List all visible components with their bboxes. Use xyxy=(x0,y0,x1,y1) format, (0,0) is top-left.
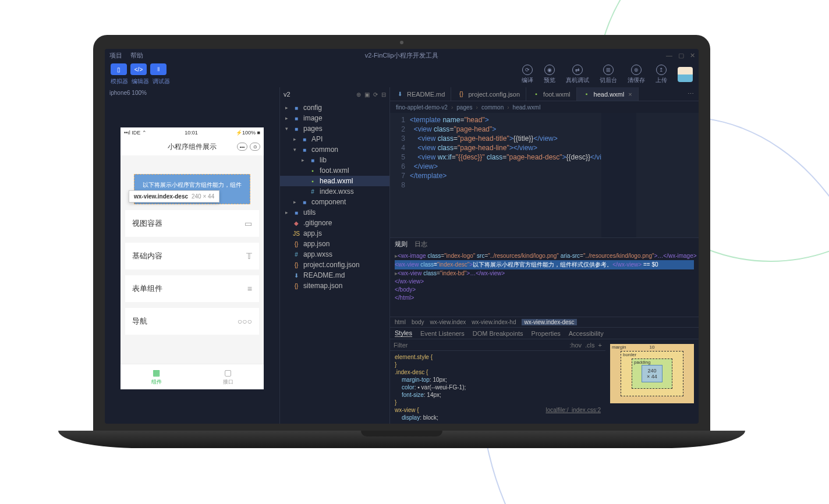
tree-item[interactable]: ▸■utils xyxy=(280,207,389,218)
tooltip-size: 240 × 44 xyxy=(192,193,214,200)
collapse-icon[interactable]: ⊟ xyxy=(381,91,386,98)
dom-path-seg[interactable]: wx-view.index-desc xyxy=(522,319,576,325)
devtools-tab-rules[interactable]: 规则 xyxy=(395,240,408,249)
devtools-tab-logs[interactable]: 日志 xyxy=(414,240,427,249)
tree-item[interactable]: ▸■component xyxy=(280,197,389,207)
breadcrumb-seg[interactable]: pages xyxy=(456,104,472,111)
capsule-close-icon[interactable]: ⊙ xyxy=(250,143,260,151)
new-folder-icon[interactable]: ▣ xyxy=(364,91,370,98)
minimize-icon[interactable]: — xyxy=(666,52,672,59)
editor-more-icon[interactable]: ⋯ xyxy=(683,87,699,101)
phone-tabbar: ▦组件▢接口 xyxy=(121,364,264,389)
code-editor[interactable]: 12345678 <template name="head"> <view cl… xyxy=(390,113,699,237)
tab-simulator-label: 模拟器 xyxy=(111,77,128,86)
styles-tab[interactable]: DOM Breakpoints xyxy=(473,330,523,337)
breadcrumb-seg[interactable]: fino-applet-demo-v2 xyxy=(396,104,448,111)
dom-tree[interactable]: ▸<wx-image class="index-logo" src="../re… xyxy=(390,250,699,317)
menubar: 项目 帮助 v2-FinClip小程序开发工具 — ▢ ✕ xyxy=(105,49,699,62)
styles-rules[interactable]: element.style {}.index-desc {</span>marg… xyxy=(390,351,605,424)
dom-node[interactable]: <wx-view class="index-desc">以下将展示小程序官方组件… xyxy=(395,260,694,269)
tree-item[interactable]: {}sitemap.json xyxy=(280,281,389,291)
toolbar: ▯ </> ⫴ 模拟器 编辑器 调试器 ⟳编译◉预览⇄真机调试⊞切后台⊗清缓存↥… xyxy=(105,62,699,87)
styles-filter-input[interactable]: Filter xyxy=(394,342,408,349)
dom-node[interactable]: </html> xyxy=(395,294,694,302)
toolbar-btn-上传[interactable]: ↥上传 xyxy=(656,65,667,84)
phone-simulator: ••ıl IDE ⌃ 10:01 ⚡100% ■ 小程序组件展示 ••• ⊙ xyxy=(121,127,264,389)
window-title: v2-FinClip小程序开发工具 xyxy=(365,51,439,60)
tree-item[interactable]: ▸■lib xyxy=(280,155,389,165)
maximize-icon[interactable]: ▢ xyxy=(678,52,684,59)
editor-tab[interactable]: {}project.config.json xyxy=(451,87,526,101)
dom-node[interactable]: ▸<wx-image class="index-logo" src="../re… xyxy=(395,252,694,260)
tree-item[interactable]: ▸■API xyxy=(280,134,389,144)
editor-tab[interactable]: ⬇README.md xyxy=(390,87,451,101)
toolbar-btn-预览[interactable]: ◉预览 xyxy=(544,65,555,84)
styles-tab[interactable]: Properties xyxy=(532,330,561,337)
editor-tab[interactable]: ▪foot.wxml xyxy=(526,87,576,101)
tree-item[interactable]: ▾■pages xyxy=(280,123,389,134)
code-lines[interactable]: <template name="head"> <view class="page… xyxy=(410,113,601,237)
phone-card[interactable]: 视图容器▭ xyxy=(125,210,259,237)
breadcrumb-seg[interactable]: head.wxml xyxy=(513,104,541,111)
phone-body: wx-view.index-desc240 × 44 以下将展示小程序官方组件能… xyxy=(121,155,264,364)
dom-node[interactable]: </wx-view> xyxy=(395,278,694,286)
tree-item[interactable]: #index.wxss xyxy=(280,186,389,197)
tree-item[interactable]: ◆.gitignore xyxy=(280,218,389,228)
filter-tool[interactable]: + xyxy=(598,342,602,349)
breadcrumb-seg[interactable]: common xyxy=(481,104,504,111)
menu-project[interactable]: 项目 xyxy=(109,51,122,60)
styles-tab[interactable]: Accessibility xyxy=(569,330,604,337)
tab-debugger-icon[interactable]: ⫴ xyxy=(150,63,166,75)
menu-help[interactable]: 帮助 xyxy=(130,51,143,60)
styles-tab[interactable]: Event Listeners xyxy=(420,330,465,337)
file-explorer-header: v2 ⊕ ▣ ⟳ ⊟ xyxy=(280,87,389,101)
tree-item[interactable]: ▾■common xyxy=(280,144,389,155)
editor-tabs: ⬇README.md{}project.config.json▪foot.wxm… xyxy=(390,87,699,101)
tree-item[interactable]: {}app.json xyxy=(280,239,389,249)
phone-tab-接口[interactable]: ▢接口 xyxy=(192,364,264,389)
tab-simulator-icon[interactable]: ▯ xyxy=(111,63,127,75)
toolbar-btn-清缓存[interactable]: ⊗清缓存 xyxy=(628,65,645,84)
box-border-label: border xyxy=(623,352,636,357)
phone-card[interactable]: 导航○○○ xyxy=(125,308,259,335)
filter-tool[interactable]: :hov xyxy=(569,342,582,349)
editor-tab[interactable]: ▪head.wxml× xyxy=(577,87,639,101)
tree-item[interactable]: ⬇README.md xyxy=(280,270,389,281)
tab-editor-icon[interactable]: </> xyxy=(130,63,147,75)
toolbar-btn-切后台[interactable]: ⊞切后台 xyxy=(600,65,617,84)
camera-dot xyxy=(400,41,403,44)
dom-path-seg[interactable]: wx-view.index xyxy=(430,319,466,325)
new-file-icon[interactable]: ⊕ xyxy=(356,91,361,98)
laptop-frame: 项目 帮助 v2-FinClip小程序开发工具 — ▢ ✕ ▯ </> ⫴ xyxy=(93,35,710,454)
devtools-top-tabs: 规则 日志 xyxy=(390,238,699,250)
minimap[interactable] xyxy=(601,113,636,237)
box-padding-label: padding xyxy=(634,360,650,365)
inspector-tooltip: wx-view.index-desc240 × 44 xyxy=(129,190,219,203)
toolbar-btn-真机调试[interactable]: ⇄真机调试 xyxy=(566,65,589,84)
tab-close-icon[interactable]: × xyxy=(628,91,632,98)
dom-path-seg[interactable]: body xyxy=(412,319,424,325)
toolbar-btn-编译[interactable]: ⟳编译 xyxy=(522,65,533,84)
styles-tab[interactable]: Styles xyxy=(395,329,412,337)
phone-tab-组件[interactable]: ▦组件 xyxy=(121,364,192,389)
dom-node[interactable]: </body> xyxy=(395,286,694,294)
refresh-icon[interactable]: ⟳ xyxy=(373,91,378,98)
tree-item[interactable]: ▪head.wxml xyxy=(280,176,389,186)
tree-item[interactable]: ▸■config xyxy=(280,102,389,113)
tree-item[interactable]: JSapp.js xyxy=(280,228,389,239)
phone-card[interactable]: 基础内容𝕋 xyxy=(125,243,259,269)
close-icon[interactable]: ✕ xyxy=(690,52,695,59)
tree-item[interactable]: {}project.config.json xyxy=(280,260,389,270)
dom-path-seg[interactable]: html xyxy=(395,319,406,325)
tree-item[interactable]: #app.wxss xyxy=(280,249,389,260)
avatar[interactable] xyxy=(678,67,693,82)
phone-header-title: 小程序组件展示 xyxy=(168,142,217,152)
dom-node[interactable]: ▸<wx-view class="index-bd">…</wx-view> xyxy=(395,269,694,278)
box-margin-label: margin xyxy=(612,345,626,350)
tree-item[interactable]: ▪foot.wxml xyxy=(280,165,389,176)
filter-tool[interactable]: .cls xyxy=(585,342,595,349)
dom-path-seg[interactable]: wx-view.index-hd xyxy=(472,319,516,325)
capsule-menu-icon[interactable]: ••• xyxy=(237,143,247,151)
phone-card[interactable]: 表单组件≡ xyxy=(125,275,259,302)
tree-item[interactable]: ▸■image xyxy=(280,113,389,123)
